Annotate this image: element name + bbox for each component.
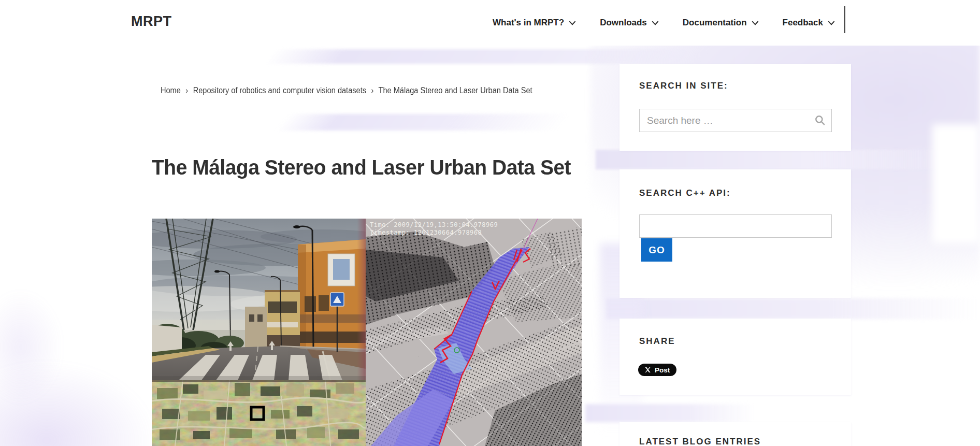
chevron-down-icon [752,21,759,25]
background-decoration [932,124,980,243]
x-post-button[interactable]: Post [638,364,676,376]
share-heading: SHARE [639,336,675,347]
breadcrumb-link-home[interactable]: Home [161,86,181,95]
breadcrumb-current: The Málaga Stereo and Laser Urban Data S… [379,86,532,95]
breadcrumb-separator: › [371,86,373,95]
dataset-figure[interactable]: Time: 2009/12/19,13:50:04.978969 Timesta… [152,219,582,446]
share-card: SHARE Post [619,319,851,395]
blog-card: LATEST BLOG ENTRIES [619,422,851,446]
background-decoration [606,298,980,319]
chevron-down-icon [828,21,835,25]
breadcrumb-link-repository[interactable]: Repository of robotics and computer visi… [193,86,366,95]
aerial-map [152,380,366,446]
figure-right-column: Time: 2009/12/19,13:50:04.978969 Timesta… [366,219,582,446]
background-decoration [585,404,756,422]
hud-time: Time: 2009/12/19,13:50:04.978969 [370,221,498,228]
nav-divider [844,6,845,33]
nav-item-documentation[interactable]: Documentation [683,18,759,28]
sidebar-search-site-card: SEARCH IN SITE: [619,64,851,151]
x-logo-icon [645,367,651,373]
background-decoration [596,150,980,169]
x-post-label: Post [655,366,670,374]
api-search-field [639,214,832,238]
api-search-input[interactable] [639,214,832,238]
lidar-view: Time: 2009/12/19,13:50:04.978969 Timesta… [366,219,582,446]
search-api-heading: SEARCH C++ API: [639,188,731,198]
brand-logo[interactable]: MRPT [131,13,172,30]
background-decoration [0,363,155,446]
street-photo [152,219,366,380]
blog-heading: LATEST BLOG ENTRIES [639,437,761,446]
background-decoration [276,114,571,131]
sidebar-search-api-card: SEARCH C++ API: GO [619,169,851,298]
nav-item-downloads[interactable]: Downloads [600,18,659,28]
go-button[interactable]: GO [641,238,672,262]
hud-timestamp: Timestamp: 1261230664.978968 [370,229,482,236]
site-search-field [639,109,832,132]
nav-item-feedback[interactable]: Feedback [783,18,835,28]
site-search-input[interactable] [639,109,832,132]
background-decoration [264,49,752,64]
search-icon[interactable] [814,114,826,126]
breadcrumb: Home › Repository of robotics and comput… [161,86,532,95]
page-title: The Málaga Stereo and Laser Urban Data S… [152,153,585,181]
page: MRPT What's in MRPT? Downloads Documenta… [0,0,980,446]
search-site-heading: SEARCH IN SITE: [639,81,728,91]
background-decoration [0,290,62,404]
nav-item-whats-in-mrpt[interactable]: What's in MRPT? [493,18,576,28]
chevron-down-icon [652,21,659,25]
top-navbar: MRPT What's in MRPT? Downloads Documenta… [0,0,980,46]
breadcrumb-separator: › [185,86,188,95]
chevron-down-icon [569,21,576,25]
figure-left-column [152,219,366,446]
nav-menu: What's in MRPT? Downloads Documentation … [493,0,835,46]
